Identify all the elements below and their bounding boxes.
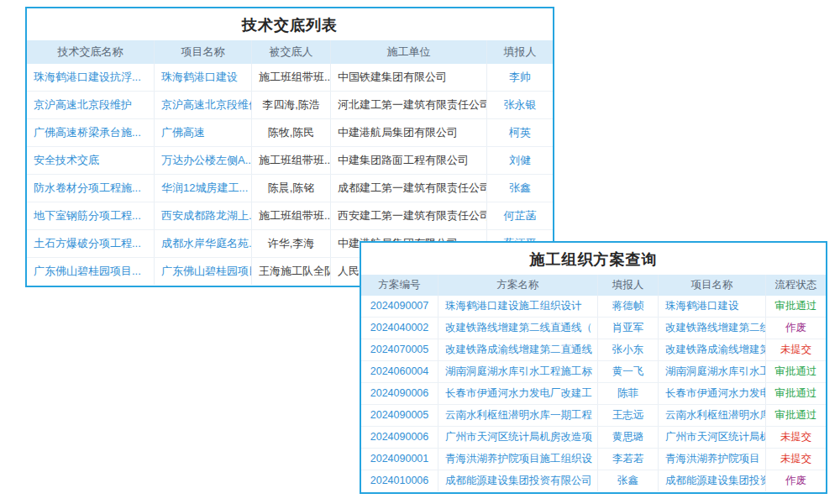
plan-reporter-cell: 张小东	[598, 339, 659, 360]
plan-project-link[interactable]: 珠海鹤港口建设	[659, 296, 766, 317]
plan-name-link[interactable]: 湖南洞庭湖水库引水工程施工标	[438, 361, 598, 382]
company-cell: 西安建工第一建筑有限责任公司	[331, 202, 487, 229]
status-badge: 作废	[766, 470, 826, 491]
project-name-link[interactable]: 万达办公楼左侧A...	[155, 147, 252, 174]
company-cell: 中建港航局集团有限公司	[331, 119, 487, 146]
status-badge: 审批通过	[766, 383, 826, 404]
table-row: 2024090001 青海洪湖养护院项目施工组织设 李若若 青海洪湖养护院项目 …	[361, 448, 826, 470]
table-row: 广佛高速桥梁承台施... 广佛高速 陈牧,陈民 中建港航局集团有限公司 柯英	[27, 118, 553, 146]
project-name-link[interactable]: 成都水岸华庭名苑...	[155, 230, 252, 257]
plan-name-link[interactable]: 广州市天河区统计局机房改造项	[438, 427, 598, 448]
company-cell: 河北建工第一建筑有限责任公司	[331, 92, 487, 118]
header-company: 施工单位	[331, 40, 487, 64]
table-row: 地下室钢筋分项工程... 西安成都路龙湖上... 施工班组带班... 西安建工第…	[27, 202, 553, 229]
project-name-link[interactable]: 广佛高速	[155, 119, 252, 146]
company-cell: 中建集团路面工程有限公司	[331, 147, 487, 174]
plan-reporter-cell: 蒋德帧	[598, 296, 659, 317]
receiver-cell: 陈牧,陈民	[252, 119, 331, 146]
plan-name-link[interactable]: 云南水利枢纽潜明水库一期工程	[438, 405, 598, 426]
plan-reporter-cell: 王志远	[598, 405, 659, 426]
plan-project-link[interactable]: 湖南洞庭湖水库引水工程施工	[659, 361, 766, 382]
plan-name-link[interactable]: 改建铁路成渝线增建第二直通线	[438, 339, 598, 360]
table-row: 2024090007 珠海鹤港口建设施工组织设计 蒋德帧 珠海鹤港口建设 审批通…	[361, 296, 826, 317]
header-receiver: 被交底人	[252, 40, 331, 64]
receiver-cell: 王海施工队全队	[252, 258, 331, 285]
disclosure-table-header: 技术交底名称 项目名称 被交底人 施工单位 填报人	[27, 40, 553, 64]
project-name-link[interactable]: 西安成都路龙湖上...	[155, 202, 252, 229]
company-cell: 中国铁建集团有限公司	[331, 64, 487, 91]
plan-project-link[interactable]: 青海洪湖养护院项目	[659, 449, 766, 470]
table-row: 京沪高速北京段维护 京沪高速北京段维修 李四海,陈浩 河北建工第一建筑有限责任公…	[27, 91, 553, 118]
header-project-name: 项目名称	[155, 40, 252, 64]
receiver-cell: 许华,李海	[252, 230, 331, 257]
header-plan-reporter: 填报人	[598, 275, 659, 296]
plan-reporter-cell: 黄思璐	[598, 427, 659, 448]
table-row: 防水卷材分项工程施... 华润12城房建工... 陈晨,陈铭 成都建工第一建筑有…	[27, 174, 553, 202]
disclosure-list-title: 技术交底列表	[27, 8, 553, 40]
plan-project-link[interactable]: 成都能源建设集团投资有限公	[659, 470, 766, 491]
plan-project-link[interactable]: 广州市天河区统计局机房改造	[659, 427, 766, 448]
header-plan-project: 项目名称	[659, 275, 766, 296]
status-badge: 作废	[766, 318, 826, 339]
table-row: 2024070005 改建铁路成渝线增建第二直通线 张小东 改建铁路成渝线增建第…	[361, 339, 826, 360]
disclosure-name-link[interactable]: 珠海鹤港口建设抗浮...	[27, 64, 155, 91]
header-reporter: 填报人	[487, 40, 553, 64]
plan-id-link[interactable]: 2024040002	[361, 318, 438, 339]
header-plan-name: 方案名称	[438, 275, 598, 296]
plan-id-link[interactable]: 2024060004	[361, 361, 438, 382]
table-row: 2024090005 云南水利枢纽潜明水库一期工程 王志远 云南水利枢纽潜明水库…	[361, 404, 826, 426]
plan-project-link[interactable]: 改建铁路线增建第二线直通线	[659, 318, 766, 339]
reporter-cell: 何芷菡	[487, 202, 553, 229]
table-row: 2024010006 成都能源建设集团投资有限公司 张鑫 成都能源建设集团投资有…	[361, 470, 826, 491]
plan-table-body: 2024090007 珠海鹤港口建设施工组织设计 蒋德帧 珠海鹤港口建设 审批通…	[361, 296, 826, 491]
plan-id-link[interactable]: 2024090005	[361, 405, 438, 426]
disclosure-name-link[interactable]: 广东佛山碧桂园项目...	[27, 258, 155, 285]
receiver-cell: 施工班组带班...	[252, 64, 331, 91]
plan-id-link[interactable]: 2024010006	[361, 470, 438, 491]
status-badge: 未提交	[766, 449, 826, 470]
plan-reporter-cell: 黄一飞	[598, 361, 659, 382]
company-cell: 成都建工第一建筑有限责任公司	[331, 175, 487, 202]
plan-name-link[interactable]: 改建铁路线增建第二线直通线（	[438, 318, 598, 339]
receiver-cell: 施工班组带班...	[252, 202, 331, 229]
project-name-link[interactable]: 京沪高速北京段维修	[155, 92, 252, 118]
table-row: 珠海鹤港口建设抗浮... 珠海鹤港口建设 施工班组带班... 中国铁建集团有限公…	[27, 64, 553, 91]
disclosure-name-link[interactable]: 防水卷材分项工程施...	[27, 175, 155, 202]
project-name-link[interactable]: 华润12城房建工...	[155, 175, 252, 202]
table-row: 安全技术交底 万达办公楼左侧A... 施工班组带班... 中建集团路面工程有限公…	[27, 146, 553, 174]
plan-query-panel: 施工组织方案查询 方案编号 方案名称 填报人 项目名称 流程状态 2024090…	[360, 241, 827, 494]
reporter-cell: 柯英	[487, 119, 553, 146]
project-name-link[interactable]: 珠海鹤港口建设	[155, 64, 252, 91]
reporter-cell: 张永银	[487, 92, 553, 118]
disclosure-name-link[interactable]: 京沪高速北京段维护	[27, 92, 155, 118]
plan-id-link[interactable]: 2024090001	[361, 449, 438, 470]
plan-name-link[interactable]: 成都能源建设集团投资有限公司	[438, 470, 598, 491]
plan-project-link[interactable]: 长春市伊通河水力发电厂改建	[659, 383, 766, 404]
plan-reporter-cell: 陈菲	[598, 383, 659, 404]
plan-name-link[interactable]: 珠海鹤港口建设施工组织设计	[438, 296, 598, 317]
plan-id-link[interactable]: 2024090006	[361, 383, 438, 404]
plan-project-link[interactable]: 云南水利枢纽潜明水库一期工	[659, 405, 766, 426]
plan-name-link[interactable]: 青海洪湖养护院项目施工组织设	[438, 449, 598, 470]
disclosure-name-link[interactable]: 地下室钢筋分项工程...	[27, 202, 155, 229]
table-row: 2024090006 长春市伊通河水力发电厂改建工 陈菲 长春市伊通河水力发电厂…	[361, 382, 826, 404]
header-plan-status: 流程状态	[766, 275, 826, 296]
status-badge: 审批通过	[766, 296, 826, 317]
plan-reporter-cell: 张鑫	[598, 470, 659, 491]
plan-name-link[interactable]: 长春市伊通河水力发电厂改建工	[438, 383, 598, 404]
receiver-cell: 李四海,陈浩	[252, 92, 331, 118]
plan-reporter-cell: 李若若	[598, 449, 659, 470]
status-badge: 审批通过	[766, 405, 826, 426]
project-name-link[interactable]: 广东佛山碧桂园项目	[155, 258, 252, 285]
disclosure-name-link[interactable]: 土石方爆破分项工程...	[27, 230, 155, 257]
disclosure-name-link[interactable]: 安全技术交底	[27, 147, 155, 174]
plan-project-link[interactable]: 改建铁路成渝线增建第二直通	[659, 339, 766, 360]
plan-id-link[interactable]: 2024090006	[361, 427, 438, 448]
plan-id-link[interactable]: 2024090007	[361, 296, 438, 317]
table-row: 2024040002 改建铁路线增建第二线直通线（ 肖亚军 改建铁路线增建第二线…	[361, 317, 826, 339]
status-badge: 未提交	[766, 339, 826, 360]
plan-reporter-cell: 肖亚军	[598, 318, 659, 339]
plan-id-link[interactable]: 2024070005	[361, 339, 438, 360]
disclosure-name-link[interactable]: 广佛高速桥梁承台施...	[27, 119, 155, 146]
receiver-cell: 陈晨,陈铭	[252, 175, 331, 202]
